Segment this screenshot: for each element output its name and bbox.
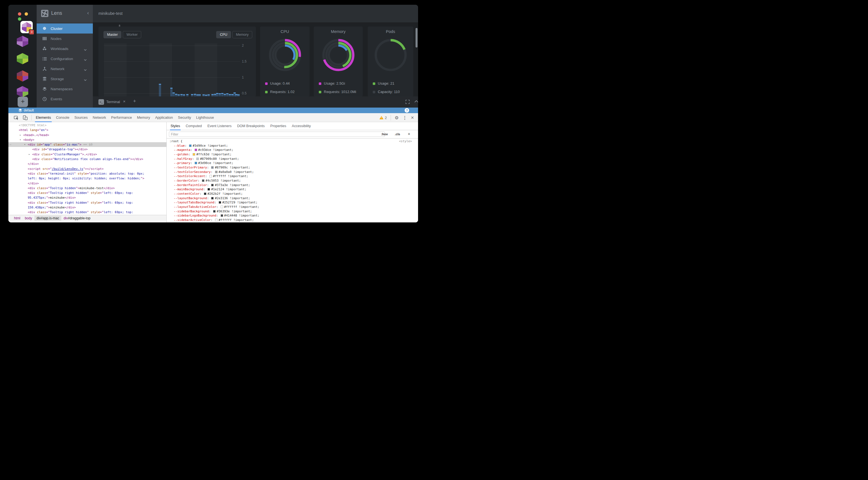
classes-toggle[interactable]: .cls <box>395 132 400 136</box>
tree-line[interactable]: ▸<head>…</head> <box>8 133 166 137</box>
color-swatch[interactable] <box>211 197 214 200</box>
color-swatch[interactable] <box>210 175 212 177</box>
sidebar-cluster-cluster-4[interactable] <box>17 70 28 81</box>
content-scrollbar[interactable] <box>415 28 417 47</box>
kebab-menu-icon[interactable]: ⋮ <box>402 115 407 121</box>
css-variable-row[interactable]: --halfGray: #87909c80 !important; <box>169 157 418 161</box>
tree-line[interactable]: </div> <box>8 162 166 166</box>
css-variable-row[interactable]: --borderColor: #4c5053 !important; <box>169 178 418 183</box>
sidebar-item-configuration[interactable]: Configuration <box>37 54 93 64</box>
new-style-rule-button[interactable]: + <box>408 131 410 136</box>
tree-line[interactable]: <!DOCTYPE html> <box>8 123 166 128</box>
styles-filter-input[interactable] <box>169 132 385 137</box>
sidebar-cluster-cluster-3[interactable] <box>17 53 28 64</box>
color-swatch[interactable] <box>211 166 214 169</box>
css-variable-row[interactable]: --sidebarLogoBackground: #414448 !import… <box>169 213 418 218</box>
css-variable-row[interactable]: --sidebarActiveColor: #ffffff !important… <box>169 218 418 222</box>
color-swatch[interactable] <box>204 193 206 195</box>
expand-arrow-open-icon[interactable]: ▾ <box>20 137 21 142</box>
chevron-down-icon[interactable] <box>84 68 87 72</box>
close-devtools-icon[interactable]: × <box>411 115 414 121</box>
color-swatch[interactable] <box>193 153 195 156</box>
sidebar-item-cluster[interactable]: ☸Cluster <box>37 24 93 34</box>
add-cluster-button[interactable]: + <box>18 97 28 107</box>
devtools-tab-performance[interactable]: Performance <box>108 113 134 122</box>
tree-line[interactable]: <html lang="en"> <box>8 128 166 132</box>
expand-arrow-closed-icon[interactable]: ▸ <box>20 133 21 137</box>
css-variable-row[interactable]: --golden: #ffc63d !important; <box>169 152 418 157</box>
chevron-down-icon[interactable] <box>84 58 87 62</box>
devtools-tab-network[interactable]: Network <box>90 113 109 122</box>
chevron-up-icon[interactable] <box>414 100 418 103</box>
hover-state-toggle[interactable]: :hov <box>381 132 388 136</box>
css-variable-row[interactable]: --magenta: #c93dce !important; <box>169 148 418 152</box>
css-variable-row[interactable]: --textColorSecondary: #a0a0a0 !important… <box>169 170 418 174</box>
tree-line[interactable]: <div class="Tooltip right hidden" style=… <box>8 200 166 205</box>
color-swatch[interactable] <box>208 188 210 191</box>
sidebar-item-workloads[interactable]: Workloads <box>37 43 93 54</box>
devtools-tab-security[interactable]: Security <box>175 113 193 122</box>
color-swatch[interactable] <box>221 214 223 217</box>
styles-tab-computed[interactable]: Computed <box>183 122 205 130</box>
css-variable-row[interactable]: --borderFaintColor: #373a3e !important; <box>169 183 418 187</box>
color-swatch[interactable] <box>211 184 214 186</box>
sidebar-item-network[interactable]: Network <box>37 64 93 74</box>
breadcrumb-item[interactable]: div#app.is-mac <box>34 216 62 221</box>
sidebar-cluster-cluster-5[interactable] <box>17 86 28 97</box>
css-variable-row[interactable]: --sidebarBackground: #36393e !important; <box>169 209 418 214</box>
node-tab-master[interactable]: Master <box>103 31 121 38</box>
css-variable-row[interactable]: --layoutBackground: #2e3136 !important; <box>169 196 418 201</box>
color-swatch[interactable] <box>219 201 221 204</box>
css-variable-row[interactable]: --layoutTabsBackground: #252729 !importa… <box>169 200 418 205</box>
color-swatch[interactable] <box>215 171 218 173</box>
chevron-down-icon[interactable] <box>84 47 87 52</box>
tree-line[interactable]: ▾<body> <box>8 137 166 142</box>
settings-gear-icon[interactable]: ⚙ <box>395 115 399 121</box>
tree-line[interactable]: <div class="Tooltip hidden">minikube-tes… <box>8 186 166 191</box>
styles-tab-accessibility[interactable]: Accessibility <box>289 122 314 130</box>
active-cluster-button[interactable]: 3 <box>21 21 33 33</box>
sidebar-cluster-cluster-2[interactable] <box>17 36 28 47</box>
css-variable-row[interactable]: --mainBackground: #1e2124 !important; <box>169 187 418 192</box>
node-tab-worker[interactable]: Worker <box>123 31 141 38</box>
css-variable-row[interactable]: --primary: #3d90ce !important; <box>169 161 418 165</box>
color-swatch[interactable] <box>213 210 216 213</box>
terminal-close-icon[interactable]: × <box>123 99 126 104</box>
metric-tab-cpu[interactable]: CPU <box>216 31 231 38</box>
tree-line[interactable]: </div> <box>8 181 166 186</box>
color-swatch[interactable] <box>189 144 191 147</box>
sidebar-item-nodes[interactable]: Nodes <box>37 34 93 43</box>
devtools-tab-console[interactable]: Console <box>54 113 72 122</box>
color-swatch[interactable] <box>202 179 205 182</box>
rule-source-link[interactable]: <style> <box>399 139 412 144</box>
styles-tab-event-listeners[interactable]: Event Listeners <box>205 122 234 130</box>
devtools-tab-lighthouse[interactable]: Lighthouse <box>193 113 216 122</box>
device-toolbar-icon[interactable] <box>22 115 28 121</box>
terminal-add-icon[interactable]: + <box>133 98 136 104</box>
color-swatch[interactable] <box>215 219 218 221</box>
devtools-tab-elements[interactable]: Elements <box>33 113 54 122</box>
devtools-tab-memory[interactable]: Memory <box>134 113 153 122</box>
expand-arrow-closed-icon[interactable]: ▸ <box>29 152 30 157</box>
close-window-button[interactable] <box>18 12 21 15</box>
metric-tab-memory[interactable]: Memory <box>232 31 252 38</box>
namespace-label[interactable]: default <box>24 108 34 112</box>
tree-line[interactable]: ▸<div class="ClusterManager">…</div> <box>8 152 166 157</box>
chevron-down-icon[interactable] <box>84 78 87 82</box>
sidebar-collapse-button[interactable]: ‹ <box>87 10 89 16</box>
tree-line[interactable]: <div id="draggable-top"></div> <box>8 147 166 152</box>
color-swatch[interactable] <box>195 149 197 151</box>
inspect-element-icon[interactable] <box>13 115 19 121</box>
tree-line[interactable]: 150.438px;">minikube</div> <box>8 205 166 210</box>
warnings-badge[interactable]: 2 <box>379 116 387 120</box>
css-variable-row[interactable]: --textColorAccent: #ffffff !important; <box>169 174 418 178</box>
devtools-tab-sources[interactable]: Sources <box>72 113 90 122</box>
fullscreen-icon[interactable] <box>405 100 410 104</box>
minimize-window-button[interactable] <box>25 12 28 15</box>
styles-tab-styles[interactable]: Styles <box>168 122 183 130</box>
tree-line[interactable]: ⋯▾<div id="app" class="is-mac"> == $0 <box>8 142 166 147</box>
tree-line[interactable]: <div class="Notifications flex column al… <box>8 157 166 162</box>
breadcrumb-item[interactable]: body <box>23 216 34 221</box>
tree-line[interactable]: <div class="terminal-init" style="positi… <box>8 171 166 176</box>
css-variable-row[interactable]: --contentColor: #262b2f !important; <box>169 192 418 196</box>
